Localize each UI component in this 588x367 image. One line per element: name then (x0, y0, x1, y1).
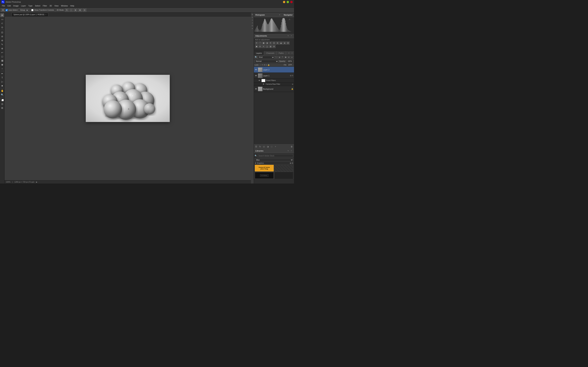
quick-mask-toggle[interactable]: ◎ (0, 102, 4, 106)
menu-filter[interactable]: Filter (42, 4, 48, 8)
canvas-viewport[interactable]: ✛ (5, 17, 251, 180)
hand-tool[interactable]: ✋ (0, 89, 4, 93)
link-layers-btn[interactable]: ⛓ (255, 145, 258, 148)
menu-window[interactable]: Window (60, 4, 69, 8)
adj-threshold[interactable]: △ (266, 45, 269, 48)
adj-curves[interactable]: ⌒ (259, 42, 262, 45)
adj-bw[interactable]: ◒ (279, 42, 283, 45)
lib-graphic-4[interactable] (274, 172, 294, 179)
blur-tool[interactable]: ◉ (0, 63, 4, 67)
lock-paint[interactable]: ✎ (262, 64, 263, 66)
quick-select-tool[interactable]: ⊙ (0, 25, 4, 29)
status-arrow[interactable]: ▶ (36, 181, 37, 183)
3d-mode-btn5[interactable]: ⊡ (83, 8, 86, 12)
move-tool[interactable]: ✥ (0, 13, 4, 17)
eraser-tool[interactable]: ◻ (0, 55, 4, 58)
lib-graphic-1[interactable]: Cinema 4D Tutorial(Atom Thing) (255, 165, 274, 172)
auto-select-checkbox[interactable] (6, 9, 8, 11)
crop-tool[interactable]: ⊡ (0, 30, 4, 34)
layer-item-layer2[interactable]: 👁 Layer 2 (254, 67, 294, 73)
lib-graphic-3[interactable]: TUTORIAL (255, 172, 274, 179)
tab-channels[interactable]: Channels (264, 51, 277, 55)
menu-help[interactable]: Help (69, 4, 76, 8)
3d-mode-btn3[interactable]: ⊕ (73, 8, 77, 12)
adj-exposure[interactable]: ◑ (266, 42, 269, 45)
menu-edit[interactable]: Edit (6, 4, 12, 8)
layer1-visibility[interactable]: 👁 (255, 74, 257, 77)
lib-add[interactable]: + (290, 150, 293, 152)
lock-position[interactable]: ✥ (264, 64, 265, 66)
layer-item-layer1[interactable]: 👁 Layer 1 ⊞ fx (254, 73, 294, 79)
maximize-button[interactable]: □ (287, 1, 289, 3)
is-icon-4[interactable]: A (251, 22, 254, 24)
menu-image[interactable]: Image (12, 4, 20, 8)
menu-view[interactable]: View (53, 4, 60, 8)
filter-toggle[interactable]: ● (291, 56, 293, 59)
lib-misc-select[interactable]: Misc (255, 158, 293, 161)
adj-channel[interactable]: ⊞ (286, 42, 290, 45)
is-icon-6[interactable]: ▸ (251, 27, 254, 30)
fill-input[interactable] (287, 64, 293, 67)
type-tool[interactable]: T (0, 76, 4, 80)
3d-mode-btn2[interactable]: ↕ (69, 8, 73, 12)
tab-paths[interactable]: Paths (277, 51, 286, 55)
filter-item-cameraraw[interactable]: 👁 Camera Raw Filter ⊞ (254, 83, 294, 86)
doc-tab-sphere[interactable]: Sphere.psd @ 100% (Layer 2, RGB/16) × (12, 13, 48, 16)
filter-pixel[interactable]: ⬛ (275, 56, 277, 59)
layer2-visibility[interactable]: 👁 (255, 68, 257, 71)
lock-all[interactable]: 🔒 (268, 64, 270, 66)
adj-levels[interactable]: ▦ (262, 42, 265, 45)
filter-adj[interactable]: ◑ (278, 56, 281, 59)
lib-expand[interactable]: ≡ (287, 150, 289, 152)
new-layer-btn[interactable]: + (274, 145, 277, 148)
minimize-button[interactable]: − (283, 1, 285, 3)
cameraraw-visibility[interactable]: 👁 (262, 83, 265, 85)
new-group-btn[interactable]: □ (270, 145, 273, 148)
adj-vibrance[interactable]: ✦ (269, 42, 272, 45)
rectangle-select-tool[interactable]: ▭ (0, 17, 4, 21)
adj-selectcolor[interactable]: ⊛ (272, 45, 276, 48)
is-icon-5[interactable]: ⊡ (251, 25, 254, 27)
filter-shape[interactable]: ⬟ (284, 56, 287, 59)
adj-close[interactable]: + (290, 35, 293, 37)
path-select-tool[interactable]: ▷ (0, 80, 4, 83)
shape-tool[interactable]: ■ (0, 84, 4, 88)
3d-mode-btn1[interactable]: ↻ (65, 8, 69, 12)
is-icon-1[interactable]: ⊞ (251, 13, 254, 16)
blend-mode-select[interactable]: Normal Multiply Screen Overlay Soft Ligh… (255, 60, 278, 63)
foreground-color[interactable] (0, 98, 4, 102)
zoom-tool[interactable]: 🔍 (0, 93, 4, 97)
histogram-header[interactable]: Histogram ≡ Navigator (254, 13, 294, 17)
layers-close[interactable]: + (291, 52, 293, 54)
pen-tool[interactable]: ✒ (0, 72, 4, 75)
adj-posterize[interactable]: ≡ (262, 45, 265, 48)
menu-file[interactable]: File (1, 4, 6, 8)
tab-layers[interactable]: Layers (254, 51, 264, 55)
menu-select[interactable]: Select (34, 4, 42, 8)
delete-layer-btn[interactable]: 🗑 (290, 145, 293, 148)
layers-collapse[interactable]: ≡ (288, 52, 290, 54)
lasso-tool[interactable]: ⊂ (0, 21, 4, 25)
lock-artboard[interactable]: ⊡ (266, 64, 267, 66)
history-brush-tool[interactable]: ↩ (0, 50, 4, 54)
adj-invert[interactable]: ⊘ (259, 45, 262, 48)
is-icon-2[interactable]: ◎ (251, 16, 254, 18)
adj-brightness[interactable]: ☀ (255, 42, 258, 45)
lib-collapse-arrow[interactable]: ▼ (255, 162, 256, 164)
smart-filter-item[interactable]: 👁 Smart Filters (254, 79, 294, 83)
3d-mode-btn4[interactable]: ⊞ (78, 8, 82, 12)
dodge-tool[interactable]: ○ (0, 67, 4, 70)
clone-stamp-tool[interactable]: ⊗ (0, 47, 4, 50)
libraries-header[interactable]: Libraries ≡ + (254, 149, 294, 153)
adj-gradmap[interactable]: ▥ (269, 45, 272, 48)
auto-select-type[interactable]: Group Layer (18, 8, 29, 12)
layer-item-background[interactable]: 👁 Background 🔒 (254, 86, 294, 92)
adj-photo[interactable]: ◈ (283, 42, 286, 45)
show-transform-checkbox[interactable] (31, 9, 34, 11)
adj-huesat[interactable]: ⊕ (272, 42, 276, 45)
lib-view-toggle[interactable]: ⊞ ☰ (290, 162, 293, 164)
spot-heal-tool[interactable]: ⊛ (0, 38, 4, 42)
menu-type[interactable]: Type (27, 4, 34, 8)
opacity-input[interactable] (286, 60, 293, 63)
lib-search-input[interactable] (258, 154, 293, 157)
